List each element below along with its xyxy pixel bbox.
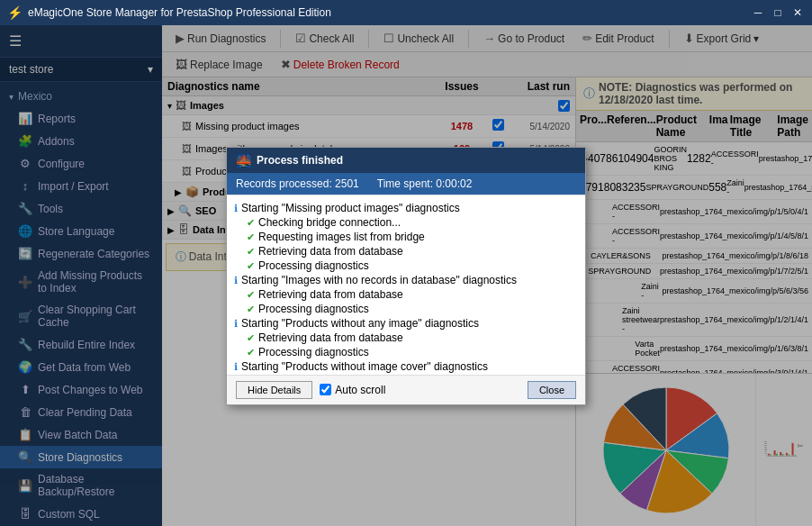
log-icon: ℹ [234, 203, 238, 214]
process-finished-modal: 🌉 Process finished Records processed: 25… [226, 147, 586, 405]
title-bar: ⚡ eMagicOne Store Manager for PrestaShop… [0, 0, 812, 25]
modal-title-bar: 🌉 Process finished [227, 148, 585, 173]
log-text: Starting "Missing product images" diagno… [241, 202, 460, 214]
log-line: ℹStarting "Products without any image" d… [232, 316, 580, 331]
modal-records: Records processed: 2501 [236, 177, 359, 190]
log-line: ℹStarting "Missing product images" diagn… [232, 201, 580, 215]
log-text: Starting "Products without any image" di… [241, 317, 479, 330]
modal-overlay: 🌉 Process finished Records processed: 25… [0, 25, 812, 526]
log-text: Processing diagnostics [258, 303, 369, 315]
app-icon: ⚡ [7, 5, 23, 20]
log-text: Retrieving data from database [258, 331, 403, 344]
log-text: Retrieving data from database [258, 288, 403, 301]
modal-stats-bar: Records processed: 2501 Time spent: 0:00… [227, 173, 585, 195]
auto-scroll-label: Auto scroll [335, 384, 385, 396]
log-line: ✔Retrieving data from database [232, 287, 580, 302]
minimize-button[interactable]: ─ [751, 5, 765, 20]
modal-footer: Hide Details Auto scroll Close [227, 375, 585, 404]
log-icon: ✔ [247, 231, 255, 243]
log-text: Processing diagnostics [258, 259, 369, 272]
window-controls: ─ □ ✕ [751, 5, 805, 20]
hide-details-button[interactable]: Hide Details [236, 381, 312, 399]
log-icon: ✔ [247, 332, 255, 344]
log-icon: ✔ [247, 246, 255, 258]
auto-scroll-checkbox[interactable] [320, 384, 331, 395]
log-line: ✔Retrieving data from database [232, 244, 580, 258]
log-icon: ✔ [247, 347, 255, 358]
modal-time: Time spent: 0:00:02 [377, 177, 473, 190]
log-line: ✔Processing diagnostics [232, 302, 580, 316]
log-icon: ✔ [247, 304, 255, 315]
modal-log: ℹStarting "Missing product images" diagn… [227, 195, 585, 375]
app-title: eMagicOne Store Manager for PrestaShop P… [28, 6, 751, 19]
log-line: ✔Processing diagnostics [232, 258, 580, 273]
log-icon: ℹ [234, 361, 238, 373]
log-text: Starting "Images with no records in data… [241, 274, 517, 286]
maximize-button[interactable]: □ [771, 5, 785, 20]
modal-title: Process finished [257, 154, 343, 167]
log-icon: ✔ [247, 260, 255, 272]
log-line: ℹStarting "Products without image cover"… [232, 359, 580, 374]
auto-scroll-checkbox-label[interactable]: Auto scroll [320, 384, 385, 396]
log-icon: ℹ [234, 275, 238, 286]
log-icon: ℹ [234, 318, 238, 330]
log-line: ℹStarting "Images with no records in dat… [232, 273, 580, 287]
log-text: Requesting images list from bridge [258, 231, 425, 243]
close-button[interactable]: ✕ [790, 5, 805, 20]
log-line: ✔Checking bridge connection... [232, 215, 580, 230]
modal-title-icon: 🌉 [236, 153, 251, 168]
log-icon: ✔ [247, 217, 255, 229]
log-text: Processing diagnostics [258, 346, 369, 358]
log-line: ✔Requesting images list from bridge [232, 230, 580, 244]
log-text: Retrieving data from database [258, 245, 403, 258]
log-line: ✔Retrieving data from database [232, 331, 580, 345]
log-text: Starting "Products without image cover" … [241, 360, 488, 373]
log-text: Checking bridge connection... [258, 216, 401, 229]
close-button[interactable]: Close [528, 381, 576, 399]
log-icon: ✔ [247, 289, 255, 301]
log-line: ✔Processing diagnostics [232, 345, 580, 359]
